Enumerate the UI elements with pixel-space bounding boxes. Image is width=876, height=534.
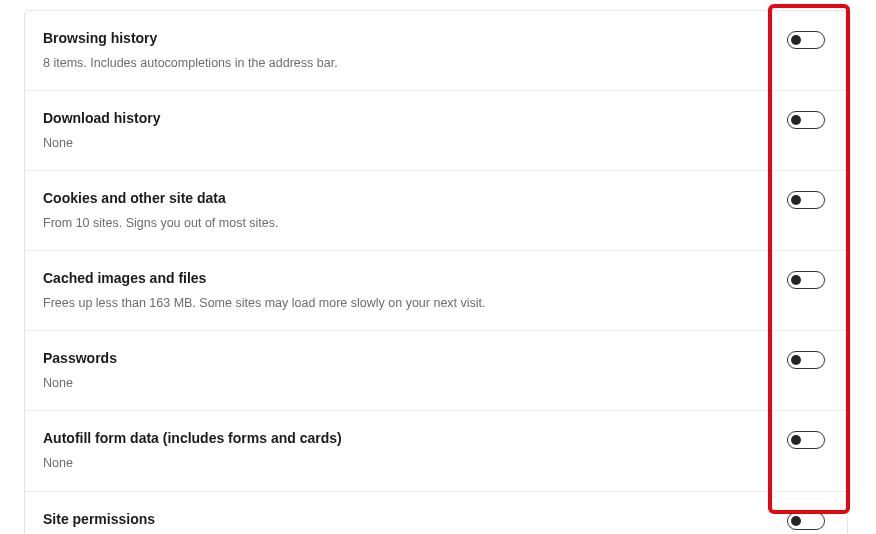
row-cookies-site-data: Cookies and other site data From 10 site… <box>25 171 847 251</box>
row-subtitle: None <box>43 455 767 473</box>
toggle-knob-icon <box>791 355 801 365</box>
row-site-permissions: Site permissions None <box>25 492 847 534</box>
row-text: Browsing history 8 items. Includes autoc… <box>43 29 787 72</box>
row-autofill-form-data: Autofill form data (includes forms and c… <box>25 411 847 491</box>
toggle-knob-icon <box>791 115 801 125</box>
toggle-knob-icon <box>791 516 801 526</box>
toggle-browsing-history[interactable] <box>787 31 825 49</box>
toggle-cached-images-files[interactable] <box>787 271 825 289</box>
row-text: Cached images and files Frees up less th… <box>43 269 787 312</box>
row-download-history: Download history None <box>25 91 847 171</box>
row-subtitle: Frees up less than 163 MB. Some sites ma… <box>43 295 767 313</box>
row-title: Autofill form data (includes forms and c… <box>43 429 767 449</box>
row-title: Cookies and other site data <box>43 189 767 209</box>
row-passwords: Passwords None <box>25 331 847 411</box>
row-title: Site permissions <box>43 510 767 530</box>
toggle-download-history[interactable] <box>787 111 825 129</box>
row-subtitle: From 10 sites. Signs you out of most sit… <box>43 215 767 233</box>
row-subtitle: None <box>43 375 767 393</box>
toggle-site-permissions[interactable] <box>787 512 825 530</box>
row-title: Browsing history <box>43 29 767 49</box>
toggle-passwords[interactable] <box>787 351 825 369</box>
row-title: Passwords <box>43 349 767 369</box>
row-subtitle: None <box>43 135 767 153</box>
toggle-cookies-site-data[interactable] <box>787 191 825 209</box>
row-text: Site permissions None <box>43 510 787 534</box>
row-text: Cookies and other site data From 10 site… <box>43 189 787 232</box>
toggle-knob-icon <box>791 195 801 205</box>
row-title: Download history <box>43 109 767 129</box>
row-text: Download history None <box>43 109 787 152</box>
row-cached-images-files: Cached images and files Frees up less th… <box>25 251 847 331</box>
toggle-knob-icon <box>791 275 801 285</box>
toggle-knob-icon <box>791 435 801 445</box>
row-browsing-history: Browsing history 8 items. Includes autoc… <box>25 11 847 91</box>
toggle-autofill-form-data[interactable] <box>787 431 825 449</box>
row-subtitle: 8 items. Includes autocompletions in the… <box>43 55 767 73</box>
clear-data-panel: Browsing history 8 items. Includes autoc… <box>24 10 848 534</box>
row-text: Passwords None <box>43 349 787 392</box>
row-title: Cached images and files <box>43 269 767 289</box>
toggle-knob-icon <box>791 35 801 45</box>
row-text: Autofill form data (includes forms and c… <box>43 429 787 472</box>
